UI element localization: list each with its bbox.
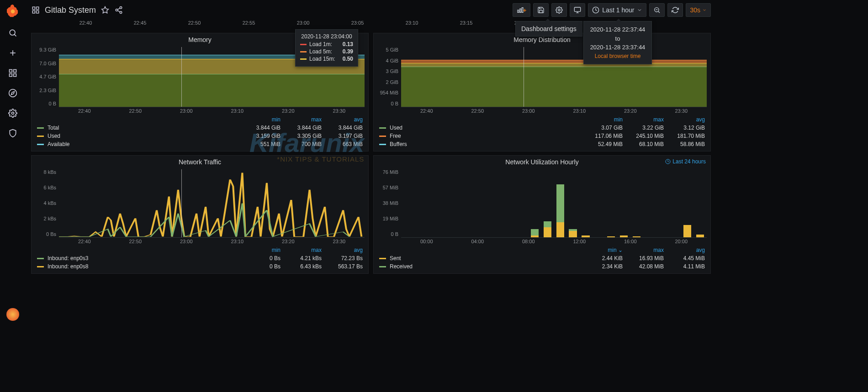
svg-rect-13 — [37, 7, 39, 9]
clock-icon — [665, 159, 671, 164]
legend-row[interactable]: Received2.34 KiB42.08 MiB4.11 MiB — [379, 262, 705, 271]
panel-network-traffic[interactable]: Network Traffic 8 kBs6 kBs4 kBs2 kBs0 Bs… — [31, 155, 369, 274]
xaxis: 22:4022:5023:0023:1023:2023:30 — [374, 108, 710, 114]
legend-row[interactable]: Free117.06 MiB245.10 MiB181.70 MiB — [379, 132, 705, 140]
panel-memory-distribution[interactable]: Memory Distribution 5 GiB4 GiB3 GiB2 GiB… — [373, 33, 711, 152]
panel-title: Network Utilization Hourly Last 24 hours — [374, 156, 710, 167]
yaxis: 5 GiB4 GiB3 GiB2 GiB954 MiB0 B — [376, 47, 401, 107]
tooltip-load: 2020-11-28 23:04:00 Load 1m:0.13Load 5m:… — [295, 29, 358, 67]
legend-row[interactable]: Used3.07 GiB3.22 GiB3.12 GiB — [379, 124, 705, 132]
dashboard-content: 22:4022:4522:5022:5523:0023:0523:1023:15… — [26, 20, 716, 324]
svg-point-25 — [558, 9, 560, 11]
svg-rect-15 — [37, 11, 39, 13]
svg-point-9 — [9, 89, 17, 97]
svg-rect-23 — [519, 9, 521, 12]
yaxis: 9.3 GiB7.0 GiB4.7 GiB2.3 GiB0 B — [33, 47, 59, 107]
svg-line-2 — [14, 34, 16, 36]
svg-rect-7 — [10, 74, 12, 77]
legend-row[interactable]: Buffers52.49 MiB68.10 MiB58.86 MiB — [379, 140, 705, 148]
svg-rect-14 — [32, 11, 35, 13]
legend: minmaxavgUsed3.07 GiB3.22 GiB3.12 GiBFre… — [374, 114, 710, 151]
legend-row[interactable]: Total3.844 GiB3.844 GiB3.844 GiB — [37, 124, 363, 132]
yaxis: 76 MiB57 MiB38 MiB19 MiB0 B — [376, 169, 401, 238]
legend: minmaxavgTotal3.844 GiB3.844 GiB3.844 Gi… — [32, 114, 368, 151]
xaxis: 22:4022:5023:0023:1023:2023:30 — [32, 239, 368, 244]
topbar: Gitlab System + Last 1 hour 30s — [26, 0, 716, 20]
svg-rect-26 — [575, 7, 581, 11]
timerange-to-word: to — [588, 34, 647, 43]
plot-area[interactable] — [401, 47, 707, 107]
legend: minmaxavgInbound: enp0s30 Bs4.21 kBs72.2… — [32, 244, 368, 273]
svg-rect-6 — [14, 70, 16, 73]
settings-button[interactable] — [551, 3, 567, 17]
svg-point-18 — [116, 9, 118, 11]
search-icon[interactable] — [7, 27, 18, 38]
gear-icon[interactable] — [7, 108, 18, 119]
refresh-button[interactable] — [667, 3, 683, 17]
svg-point-11 — [12, 112, 14, 115]
chevron-down-icon — [637, 7, 642, 13]
svg-point-19 — [120, 11, 122, 14]
tooltip-settings: Dashboard settings — [515, 21, 582, 37]
plus-icon[interactable] — [7, 47, 18, 58]
tooltip-timerange: 2020-11-28 22:37:44 to 2020-11-28 23:37:… — [583, 21, 652, 64]
svg-line-21 — [117, 8, 120, 10]
badge-label: Last 24 hours — [672, 158, 706, 165]
legend-row[interactable]: Available551 MiB700 MiB663 MiB — [37, 140, 363, 148]
svg-line-31 — [658, 11, 660, 13]
timerange-local: Local browser time — [588, 52, 647, 60]
legend-row[interactable]: Inbound: enp0s80 Bs6.43 kBs563.17 Bs — [37, 262, 363, 271]
timerange-from: 2020-11-28 22:37:44 — [588, 25, 647, 34]
zoom-out-button[interactable] — [649, 3, 665, 17]
legend-row[interactable]: Inbound: enp0s30 Bs4.21 kBs72.23 Bs — [37, 254, 363, 262]
timerange-button[interactable]: Last 1 hour — [588, 3, 646, 17]
svg-rect-22 — [518, 10, 519, 12]
svg-point-0 — [11, 10, 15, 14]
xaxis: 22:4022:5023:0023:1023:2023:30 — [32, 108, 368, 114]
timerange-to: 2020-11-28 23:37:44 — [588, 43, 647, 52]
share-icon[interactable] — [114, 5, 123, 15]
refresh-interval-button[interactable]: 30s — [686, 3, 711, 17]
panel-network-utilization[interactable]: Network Utilization Hourly Last 24 hours… — [373, 155, 711, 274]
grafana-logo[interactable] — [5, 4, 20, 18]
svg-rect-12 — [32, 7, 35, 9]
timerange-label: Last 1 hour — [602, 6, 634, 14]
star-icon[interactable] — [101, 5, 110, 15]
svg-point-17 — [120, 7, 122, 9]
explore-icon[interactable] — [7, 88, 18, 99]
dashboards-icon[interactable] — [7, 68, 18, 78]
svg-rect-8 — [14, 74, 16, 77]
tooltip-settings-text: Dashboard settings — [521, 25, 577, 32]
svg-line-20 — [117, 10, 120, 12]
save-button[interactable] — [533, 3, 549, 17]
yaxis: 8 kBs6 kBs4 kBs2 kBs0 Bs — [33, 169, 59, 238]
panel-grid-icon[interactable] — [31, 5, 40, 15]
svg-marker-10 — [11, 92, 15, 95]
tooltip-load-timestamp: 2020-11-28 23:04:00 — [300, 33, 353, 40]
plot-area[interactable] — [59, 169, 365, 238]
legend: min ⌄maxavgSent2.44 KiB16.93 MiB4.45 MiB… — [374, 244, 710, 273]
svg-point-1 — [10, 30, 15, 35]
sidebar — [0, 0, 26, 324]
monitor-button[interactable] — [570, 3, 585, 17]
add-panel-button[interactable]: + — [513, 3, 531, 17]
xaxis: 00:0004:0008:0012:0016:0020:00 — [374, 239, 710, 244]
refresh-interval-label: 30s — [690, 6, 700, 14]
panel-title: Network Traffic — [32, 156, 368, 167]
chevron-down-icon — [702, 8, 707, 12]
svg-rect-5 — [10, 70, 12, 73]
legend-row[interactable]: Used3.159 GiB3.305 GiB3.197 GiB — [37, 132, 363, 140]
plot-area[interactable] — [401, 169, 707, 238]
panel-timerange-badge: Last 24 hours — [665, 158, 706, 165]
page-title[interactable]: Gitlab System — [45, 5, 96, 15]
panel-title-text: Network Utilization Hourly — [505, 158, 578, 166]
svg-marker-16 — [102, 7, 109, 13]
shield-icon[interactable] — [7, 128, 18, 139]
legend-row[interactable]: Sent2.44 KiB16.93 MiB4.45 MiB — [379, 254, 705, 262]
avatar[interactable] — [6, 308, 19, 321]
